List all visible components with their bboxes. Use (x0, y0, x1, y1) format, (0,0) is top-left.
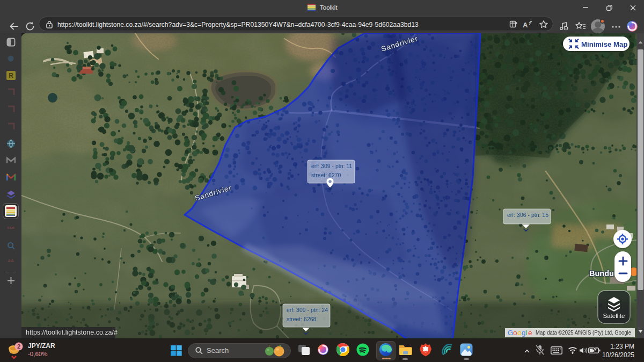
svg-text:l: l (526, 329, 528, 337)
svg-text:street: 6270: street: 6270 (311, 172, 341, 178)
svg-text:R: R (9, 72, 13, 79)
svg-text:Satellite: Satellite (603, 313, 625, 319)
svg-text:Minimise Map: Minimise Map (581, 40, 627, 48)
svg-text:o: o (513, 329, 517, 337)
svg-text:G: G (508, 329, 514, 337)
svg-text:erf: 309 - ptn: 11: erf: 309 - ptn: 11 (311, 163, 352, 169)
svg-text:street: 6268: street: 6268 (287, 316, 317, 322)
svg-text:e: e (528, 329, 532, 337)
svg-text:Map data ©2025 AfriGIS (Pty) L: Map data ©2025 AfriGIS (Pty) Ltd, Google (536, 329, 631, 336)
svg-text:o: o (517, 329, 522, 337)
svg-text:g: g (522, 329, 526, 337)
svg-text:erf: 309 - ptn: 24: erf: 309 - ptn: 24 (287, 307, 328, 313)
svg-text:erf: 306 - ptn: 15: erf: 306 - ptn: 15 (507, 212, 548, 218)
svg-text:2: 2 (17, 343, 20, 350)
